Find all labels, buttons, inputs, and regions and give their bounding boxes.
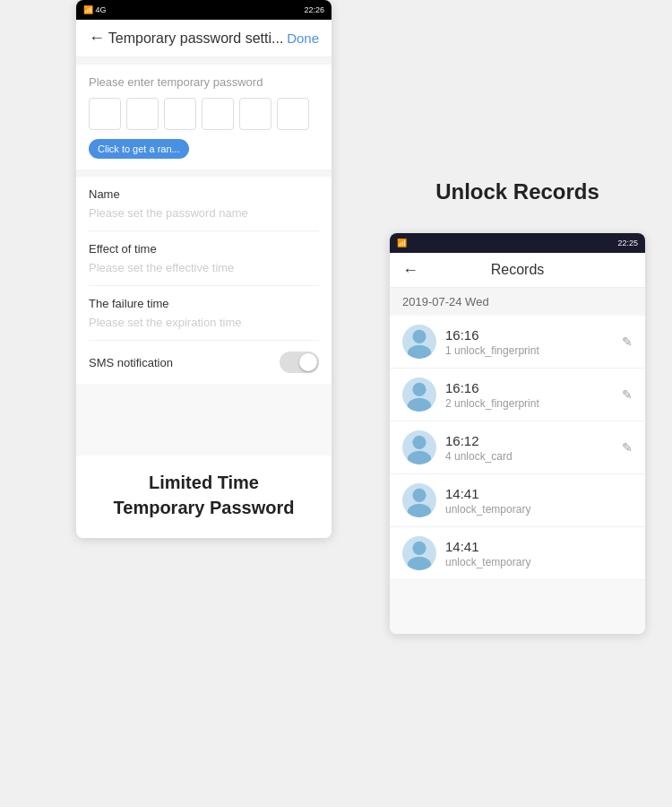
svg-point-5 [408,451,432,464]
records-bottom [390,580,645,634]
avatar-4 [402,483,436,517]
record-item-3: 16:12 4 unlock_card ✎ [390,421,645,474]
svg-point-3 [408,398,432,412]
edit-icon-1[interactable]: ✎ [622,334,633,349]
password-hint: Please enter temporary password [89,75,319,89]
bottom-image-section [76,384,332,456]
effect-time-placeholder[interactable]: Please set the effective time [89,261,319,274]
record-method-3: 4 unlock_card [445,450,622,463]
name-field-group: Name Please set the password name [89,177,319,231]
pin-box-1[interactable] [89,98,121,130]
record-item-4: 14:41 unlock_temporary [390,474,645,527]
status-bar-left-text: 📶 4G [83,5,107,14]
pin-box-3[interactable] [164,98,196,130]
records-status-bar: 📶 22:25 [390,233,645,253]
avatar-3 [402,430,436,464]
svg-point-7 [408,504,432,517]
record-info-3: 16:12 4 unlock_card [445,433,622,463]
person-icon-5 [402,536,436,570]
sms-label: SMS notification [89,356,173,369]
left-panel: 📶 4G 22:26 ← Temporary password setti...… [76,0,332,538]
svg-point-0 [412,330,426,343]
record-method-5: unlock_temporary [445,556,633,568]
pin-box-5[interactable] [239,98,271,130]
records-title: Records [491,262,545,278]
record-time-5: 14:41 [445,539,633,554]
record-time-4: 14:41 [445,486,633,501]
record-item-5: 14:41 unlock_temporary [390,527,645,580]
record-item-1: 16:16 1 unlock_fingerprint ✎ [390,316,645,369]
svg-point-6 [412,489,426,502]
status-bar-left: 📶 4G 22:26 [76,0,332,20]
pin-boxes [89,98,319,130]
section-divider-2 [76,169,332,177]
svg-point-4 [412,436,426,449]
feature-title: Limited Time Temporary Password [76,456,332,538]
record-method-1: 1 unlock_fingerprint [445,344,622,357]
person-icon-2 [402,377,436,412]
effect-time-field-group: Effect of time Please set the effective … [89,231,319,286]
person-icon-1 [402,325,436,359]
back-button[interactable]: ← [89,29,105,48]
records-status-right-text: 22:25 [617,239,638,247]
record-info-1: 16:16 1 unlock_fingerprint [445,327,622,357]
svg-point-8 [412,542,426,555]
date-header: 2019-07-24 Wed [390,288,645,316]
pin-box-2[interactable] [126,98,159,130]
record-item-2: 16:16 2 unlock_fingerprint ✎ [390,369,645,421]
records-status-left-text: 📶 [397,239,407,247]
record-method-2: 2 unlock_fingerprint [445,397,622,410]
failure-time-field-group: The failure time Please set the expirati… [89,286,319,341]
app-header: ← Temporary password setti... Done [76,20,332,57]
random-button[interactable]: Click to get a ran... [89,139,189,159]
record-info-5: 14:41 unlock_temporary [445,539,633,568]
header-title: Temporary password setti... [108,30,284,47]
sms-toggle[interactable] [280,351,319,373]
avatar-2 [402,377,436,412]
feature-title-text: Limited Time Temporary Password [89,470,319,520]
failure-time-placeholder[interactable]: Please set the expiration time [89,316,319,329]
svg-point-9 [408,557,432,570]
record-info-4: 14:41 unlock_temporary [445,486,633,516]
password-entry-section: Please enter temporary password Click to… [76,65,332,169]
pin-box-4[interactable] [202,98,234,130]
toggle-knob [299,353,317,371]
svg-point-1 [408,345,432,359]
pin-box-6[interactable] [277,98,309,130]
record-time-2: 16:16 [445,380,622,395]
records-back-button[interactable]: ← [402,261,418,280]
form-section: Name Please set the password name Effect… [76,177,332,341]
unlock-records-title-section: Unlock Records [390,179,645,204]
name-label: Name [89,187,319,201]
failure-time-label: The failure time [89,297,319,310]
name-placeholder[interactable]: Please set the password name [89,206,319,220]
status-bar-right-text: 22:26 [304,5,324,14]
section-divider-top [76,57,332,65]
svg-point-2 [412,383,426,396]
records-header: ← Records [390,253,645,288]
record-time-1: 16:16 [445,327,622,343]
edit-icon-2[interactable]: ✎ [622,387,633,402]
avatar-1 [402,325,436,359]
unlock-records-title: Unlock Records [390,179,645,204]
person-icon-3 [402,430,436,464]
record-method-4: unlock_temporary [445,503,633,516]
effect-time-label: Effect of time [89,242,319,256]
record-info-2: 16:16 2 unlock_fingerprint [445,380,622,410]
sms-toggle-row: SMS notification [76,341,332,384]
right-panel: 📶 22:25 ← Records 2019-07-24 Wed 16:16 1… [390,233,645,634]
edit-icon-3[interactable]: ✎ [622,440,633,455]
person-icon-4 [402,483,436,517]
done-button[interactable]: Done [287,30,319,46]
record-time-3: 16:12 [445,433,622,448]
avatar-5 [402,536,436,570]
